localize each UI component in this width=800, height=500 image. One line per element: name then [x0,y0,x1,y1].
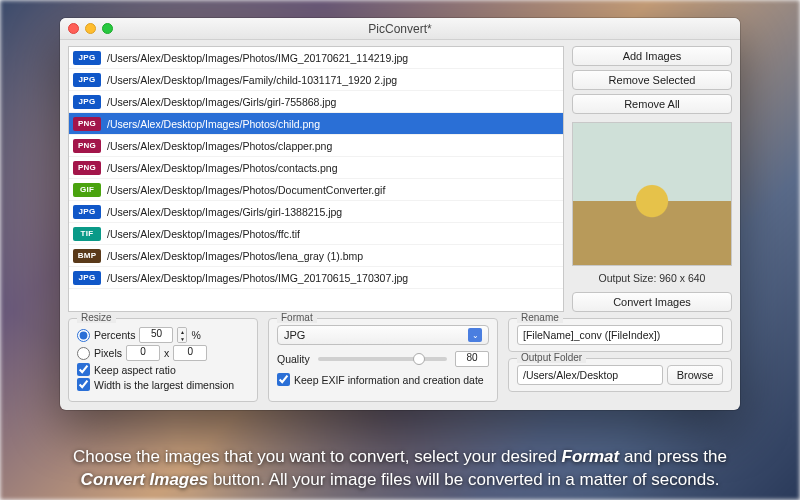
side-panel: Add Images Remove Selected Remove All Ou… [572,46,732,312]
file-row[interactable]: TIF/Users/Alex/Desktop/Images/Photos/ffc… [69,223,563,245]
filetype-badge: GIF [73,183,101,197]
file-path: /Users/Alex/Desktop/Images/Girls/girl-13… [107,206,559,218]
file-row[interactable]: JPG/Users/Alex/Desktop/Images/Family/chi… [69,69,563,91]
close-icon[interactable] [68,23,79,34]
keep-exif-label: Keep EXIF information and creation date [294,374,484,386]
app-window: PicConvert* JPG/Users/Alex/Desktop/Image… [60,18,740,410]
keep-exif-checkbox[interactable] [277,373,290,386]
file-list[interactable]: JPG/Users/Alex/Desktop/Images/Photos/IMG… [68,46,564,312]
percents-radio[interactable] [77,329,90,342]
image-preview [572,122,732,266]
keep-aspect-label: Keep aspect ratio [94,364,176,376]
caption-format: Format [562,447,620,466]
file-row[interactable]: JPG/Users/Alex/Desktop/Images/Girls/girl… [69,91,563,113]
upper-pane: JPG/Users/Alex/Desktop/Images/Photos/IMG… [68,46,732,312]
file-row[interactable]: JPG/Users/Alex/Desktop/Images/Girls/girl… [69,201,563,223]
file-row[interactable]: PNG/Users/Alex/Desktop/Images/Photos/cla… [69,135,563,157]
browse-button[interactable]: Browse [667,365,723,385]
file-path: /Users/Alex/Desktop/Images/Family/child-… [107,74,559,86]
file-path: /Users/Alex/Desktop/Images/Photos/ffc.ti… [107,228,559,240]
width-largest-checkbox[interactable] [77,378,90,391]
window-title: PicConvert* [368,22,431,36]
window-body: JPG/Users/Alex/Desktop/Images/Photos/IMG… [60,40,740,410]
remove-selected-button[interactable]: Remove Selected [572,70,732,90]
caption-text: and press the [619,447,727,466]
pixels-label: Pixels [94,347,122,359]
output-folder-legend: Output Folder [517,352,586,363]
caption-convert: Convert Images [81,470,209,489]
file-path: /Users/Alex/Desktop/Images/Photos/IMG_20… [107,272,559,284]
convert-images-button[interactable]: Convert Images [572,292,732,312]
rename-pattern-input[interactable]: [FileName]_conv ([FileIndex]) [517,325,723,345]
zoom-icon[interactable] [102,23,113,34]
caption-text: button. All your image files will be con… [208,470,719,489]
width-input[interactable]: 0 [126,345,160,361]
filetype-badge: JPG [73,95,101,109]
output-folder-group: Output Folder /Users/Alex/Desktop Browse [508,358,732,392]
minimize-icon[interactable] [85,23,96,34]
file-path: /Users/Alex/Desktop/Images/Photos/child.… [107,118,559,130]
add-images-button[interactable]: Add Images [572,46,732,66]
chevron-updown-icon: ⌄ [468,328,482,342]
keep-aspect-checkbox[interactable] [77,363,90,376]
height-input[interactable]: 0 [173,345,207,361]
width-largest-label: Width is the largest dimension [94,379,234,391]
output-size-label: Output Size: 960 x 640 [572,270,732,288]
file-path: /Users/Alex/Desktop/Images/Photos/IMG_20… [107,52,559,64]
caption-text: Choose the images that you want to conve… [73,447,562,466]
quality-label: Quality [277,353,310,365]
titlebar[interactable]: PicConvert* [60,18,740,40]
file-path: /Users/Alex/Desktop/Images/Photos/Docume… [107,184,559,196]
remove-all-button[interactable]: Remove All [572,94,732,114]
pixels-radio[interactable] [77,347,90,360]
format-select[interactable]: JPG ⌄ [277,325,489,345]
preview-thumbnail [573,123,731,265]
rename-legend: Rename [517,312,563,323]
file-path: /Users/Alex/Desktop/Images/Girls/girl-75… [107,96,559,108]
filetype-badge: JPG [73,51,101,65]
file-row[interactable]: BMP/Users/Alex/Desktop/Images/Photos/len… [69,245,563,267]
filetype-badge: BMP [73,249,101,263]
percents-label: Percents [94,329,135,341]
filetype-badge: TIF [73,227,101,241]
lower-pane: Resize Percents 50 ▲▼ % Pixels 0 x 0 [68,318,732,402]
filetype-badge: PNG [73,117,101,131]
file-row[interactable]: PNG/Users/Alex/Desktop/Images/Photos/chi… [69,113,563,135]
file-path: /Users/Alex/Desktop/Images/Photos/lena_g… [107,250,559,262]
filetype-badge: PNG [73,161,101,175]
format-selected: JPG [284,329,305,341]
resize-group: Resize Percents 50 ▲▼ % Pixels 0 x 0 [68,318,258,402]
format-legend: Format [277,312,317,323]
file-row[interactable]: GIF/Users/Alex/Desktop/Images/Photos/Doc… [69,179,563,201]
percents-input[interactable]: 50 [139,327,173,343]
resize-legend: Resize [77,312,116,323]
file-row[interactable]: JPG/Users/Alex/Desktop/Images/Photos/IMG… [69,47,563,69]
marketing-caption: Choose the images that you want to conve… [0,446,800,492]
slider-knob[interactable] [413,353,425,365]
file-path: /Users/Alex/Desktop/Images/Photos/clappe… [107,140,559,152]
filetype-badge: JPG [73,73,101,87]
quality-slider[interactable] [318,357,447,361]
filetype-badge: PNG [73,139,101,153]
file-path: /Users/Alex/Desktop/Images/Photos/contac… [107,162,559,174]
output-folder-input[interactable]: /Users/Alex/Desktop [517,365,663,385]
x-separator: x [164,347,169,359]
quality-value[interactable]: 80 [455,351,489,367]
rename-group: Rename [FileName]_conv ([FileIndex]) [508,318,732,352]
percents-stepper[interactable]: ▲▼ [177,327,187,343]
format-group: Format JPG ⌄ Quality 80 Keep EXIF inform… [268,318,498,402]
filetype-badge: JPG [73,271,101,285]
window-controls [68,23,113,34]
right-column: Rename [FileName]_conv ([FileIndex]) Out… [508,318,732,402]
filetype-badge: JPG [73,205,101,219]
file-row[interactable]: PNG/Users/Alex/Desktop/Images/Photos/con… [69,157,563,179]
file-row[interactable]: JPG/Users/Alex/Desktop/Images/Photos/IMG… [69,267,563,289]
percent-sign: % [191,329,200,341]
